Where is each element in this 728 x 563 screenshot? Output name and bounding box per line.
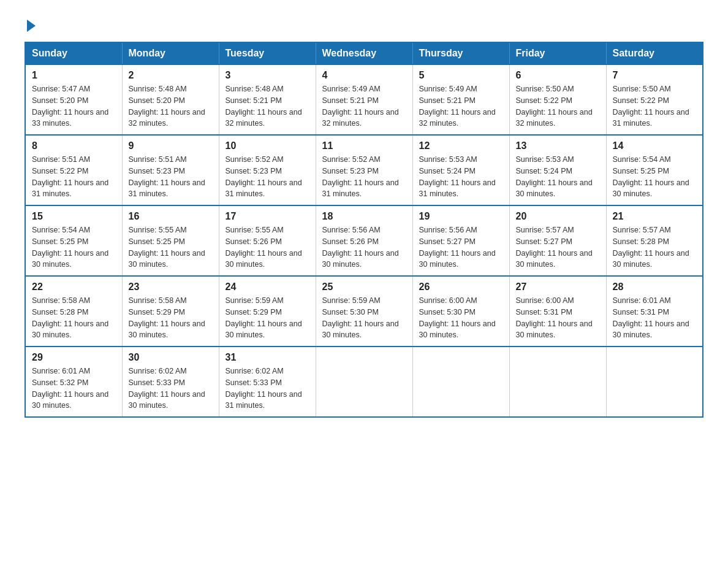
week-row-4: 22 Sunrise: 5:58 AMSunset: 5:28 PMDaylig…: [25, 276, 703, 347]
calendar-cell: 15 Sunrise: 5:54 AMSunset: 5:25 PMDaylig…: [25, 205, 122, 276]
day-info: Sunrise: 6:00 AMSunset: 5:31 PMDaylight:…: [516, 295, 600, 341]
day-number: 27: [516, 282, 600, 293]
calendar-cell: 30 Sunrise: 6:02 AMSunset: 5:33 PMDaylig…: [122, 347, 219, 417]
day-number: 20: [516, 211, 600, 222]
calendar-cell: [509, 347, 606, 417]
day-info: Sunrise: 5:50 AMSunset: 5:22 PMDaylight:…: [613, 83, 697, 129]
calendar-cell: 1 Sunrise: 5:47 AMSunset: 5:20 PMDayligh…: [25, 64, 122, 135]
day-number: 24: [226, 282, 309, 293]
day-number: 3: [226, 70, 309, 81]
calendar-cell: 3 Sunrise: 5:48 AMSunset: 5:21 PMDayligh…: [219, 64, 316, 135]
day-info: Sunrise: 5:49 AMSunset: 5:21 PMDaylight:…: [322, 83, 406, 129]
calendar-cell: 2 Sunrise: 5:48 AMSunset: 5:20 PMDayligh…: [122, 64, 219, 135]
day-number: 30: [129, 352, 213, 363]
calendar-cell: 23 Sunrise: 5:58 AMSunset: 5:29 PMDaylig…: [122, 276, 219, 347]
calendar-cell: 20 Sunrise: 5:57 AMSunset: 5:27 PMDaylig…: [509, 205, 606, 276]
calendar-cell: 12 Sunrise: 5:53 AMSunset: 5:24 PMDaylig…: [412, 135, 509, 205]
calendar-cell: 11 Sunrise: 5:52 AMSunset: 5:23 PMDaylig…: [316, 135, 412, 205]
weekday-header-wednesday: Wednesday: [316, 42, 412, 64]
weekday-header-thursday: Thursday: [412, 42, 509, 64]
weekday-header-row: SundayMondayTuesdayWednesdayThursdayFrid…: [25, 42, 703, 64]
day-number: 12: [419, 140, 503, 151]
day-number: 28: [613, 282, 697, 293]
calendar-cell: 14 Sunrise: 5:54 AMSunset: 5:25 PMDaylig…: [606, 135, 703, 205]
day-info: Sunrise: 6:01 AMSunset: 5:31 PMDaylight:…: [613, 295, 697, 341]
day-number: 2: [129, 70, 213, 81]
calendar-cell: 13 Sunrise: 5:53 AMSunset: 5:24 PMDaylig…: [509, 135, 606, 205]
page-header: [25, 18, 703, 29]
calendar-cell: 28 Sunrise: 6:01 AMSunset: 5:31 PMDaylig…: [606, 276, 703, 347]
day-info: Sunrise: 5:53 AMSunset: 5:24 PMDaylight:…: [516, 154, 600, 200]
calendar-cell: 5 Sunrise: 5:49 AMSunset: 5:21 PMDayligh…: [412, 64, 509, 135]
day-number: 16: [129, 211, 213, 222]
day-info: Sunrise: 5:56 AMSunset: 5:26 PMDaylight:…: [322, 224, 406, 270]
day-number: 5: [419, 70, 503, 81]
weekday-header-tuesday: Tuesday: [219, 42, 316, 64]
calendar-cell: 26 Sunrise: 6:00 AMSunset: 5:30 PMDaylig…: [412, 276, 509, 347]
calendar-cell: 21 Sunrise: 5:57 AMSunset: 5:28 PMDaylig…: [606, 205, 703, 276]
logo: [25, 18, 36, 29]
day-info: Sunrise: 5:58 AMSunset: 5:29 PMDaylight:…: [129, 295, 213, 341]
calendar-cell: 10 Sunrise: 5:52 AMSunset: 5:23 PMDaylig…: [219, 135, 316, 205]
week-row-1: 1 Sunrise: 5:47 AMSunset: 5:20 PMDayligh…: [25, 64, 703, 135]
weekday-header-saturday: Saturday: [606, 42, 703, 64]
day-number: 14: [613, 140, 697, 151]
day-info: Sunrise: 5:56 AMSunset: 5:27 PMDaylight:…: [419, 224, 503, 270]
day-info: Sunrise: 5:59 AMSunset: 5:29 PMDaylight:…: [226, 295, 309, 341]
day-info: Sunrise: 5:48 AMSunset: 5:20 PMDaylight:…: [129, 83, 213, 129]
day-number: 9: [129, 140, 213, 151]
day-number: 31: [226, 352, 309, 363]
day-info: Sunrise: 5:59 AMSunset: 5:30 PMDaylight:…: [322, 295, 406, 341]
day-info: Sunrise: 5:47 AMSunset: 5:20 PMDaylight:…: [32, 83, 116, 129]
calendar-cell: 9 Sunrise: 5:51 AMSunset: 5:23 PMDayligh…: [122, 135, 219, 205]
calendar-cell: 4 Sunrise: 5:49 AMSunset: 5:21 PMDayligh…: [316, 64, 412, 135]
week-row-2: 8 Sunrise: 5:51 AMSunset: 5:22 PMDayligh…: [25, 135, 703, 205]
weekday-header-sunday: Sunday: [25, 42, 122, 64]
day-number: 23: [129, 282, 213, 293]
day-number: 15: [32, 211, 116, 222]
day-number: 19: [419, 211, 503, 222]
day-info: Sunrise: 5:48 AMSunset: 5:21 PMDaylight:…: [226, 83, 309, 129]
calendar-cell: 29 Sunrise: 6:01 AMSunset: 5:32 PMDaylig…: [25, 347, 122, 417]
day-number: 6: [516, 70, 600, 81]
logo-arrow-icon: [27, 20, 36, 32]
calendar-cell: [606, 347, 703, 417]
day-number: 7: [613, 70, 697, 81]
day-info: Sunrise: 5:52 AMSunset: 5:23 PMDaylight:…: [322, 154, 406, 200]
day-number: 22: [32, 282, 116, 293]
calendar-cell: 17 Sunrise: 5:55 AMSunset: 5:26 PMDaylig…: [219, 205, 316, 276]
calendar-cell: 16 Sunrise: 5:55 AMSunset: 5:25 PMDaylig…: [122, 205, 219, 276]
calendar-cell: 7 Sunrise: 5:50 AMSunset: 5:22 PMDayligh…: [606, 64, 703, 135]
day-info: Sunrise: 5:51 AMSunset: 5:22 PMDaylight:…: [32, 154, 116, 200]
calendar-cell: 6 Sunrise: 5:50 AMSunset: 5:22 PMDayligh…: [509, 64, 606, 135]
calendar-cell: [316, 347, 412, 417]
day-info: Sunrise: 5:54 AMSunset: 5:25 PMDaylight:…: [32, 224, 116, 270]
day-info: Sunrise: 5:53 AMSunset: 5:24 PMDaylight:…: [419, 154, 503, 200]
day-number: 11: [322, 140, 406, 151]
day-info: Sunrise: 5:50 AMSunset: 5:22 PMDaylight:…: [516, 83, 600, 129]
calendar-cell: 24 Sunrise: 5:59 AMSunset: 5:29 PMDaylig…: [219, 276, 316, 347]
calendar-cell: 19 Sunrise: 5:56 AMSunset: 5:27 PMDaylig…: [412, 205, 509, 276]
calendar-cell: 8 Sunrise: 5:51 AMSunset: 5:22 PMDayligh…: [25, 135, 122, 205]
day-info: Sunrise: 5:52 AMSunset: 5:23 PMDaylight:…: [226, 154, 309, 200]
day-info: Sunrise: 6:00 AMSunset: 5:30 PMDaylight:…: [419, 295, 503, 341]
day-number: 25: [322, 282, 406, 293]
day-number: 8: [32, 140, 116, 151]
calendar-cell: 18 Sunrise: 5:56 AMSunset: 5:26 PMDaylig…: [316, 205, 412, 276]
week-row-5: 29 Sunrise: 6:01 AMSunset: 5:32 PMDaylig…: [25, 347, 703, 417]
day-info: Sunrise: 5:58 AMSunset: 5:28 PMDaylight:…: [32, 295, 116, 341]
calendar-table: SundayMondayTuesdayWednesdayThursdayFrid…: [25, 42, 703, 418]
day-info: Sunrise: 5:57 AMSunset: 5:28 PMDaylight:…: [613, 224, 697, 270]
day-number: 13: [516, 140, 600, 151]
day-number: 17: [226, 211, 309, 222]
calendar-cell: [412, 347, 509, 417]
day-number: 18: [322, 211, 406, 222]
calendar-cell: 31 Sunrise: 6:02 AMSunset: 5:33 PMDaylig…: [219, 347, 316, 417]
day-number: 4: [322, 70, 406, 81]
calendar-cell: 27 Sunrise: 6:00 AMSunset: 5:31 PMDaylig…: [509, 276, 606, 347]
calendar-cell: 25 Sunrise: 5:59 AMSunset: 5:30 PMDaylig…: [316, 276, 412, 347]
day-info: Sunrise: 6:02 AMSunset: 5:33 PMDaylight:…: [129, 366, 213, 412]
day-info: Sunrise: 5:55 AMSunset: 5:26 PMDaylight:…: [226, 224, 309, 270]
day-number: 29: [32, 352, 116, 363]
day-info: Sunrise: 5:54 AMSunset: 5:25 PMDaylight:…: [613, 154, 697, 200]
